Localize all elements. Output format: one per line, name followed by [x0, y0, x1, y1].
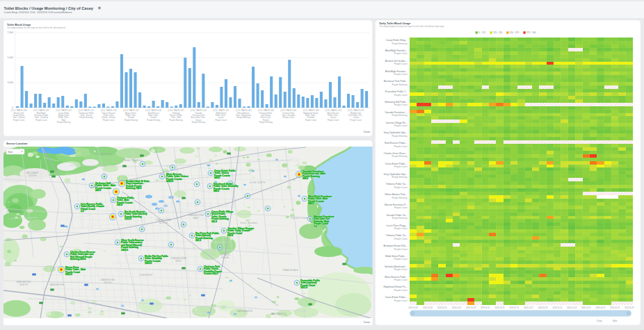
svg-text:Daily: Daily	[597, 320, 602, 322]
svg-text:People Count: People Count	[35, 119, 47, 122]
svg-text:None: None	[8, 151, 13, 154]
svg-text:RIDGE: RIDGE	[222, 256, 230, 259]
svg-text:245.0: 245.0	[95, 189, 101, 192]
svg-text:Fountain Public: Fountain Public	[259, 112, 273, 115]
svg-text:Accessible Toilet -: Accessible Toilet -	[191, 116, 207, 119]
svg-text:People Count: People Count	[350, 119, 362, 122]
svg-text:PEARCEDALE: PEARCEDALE	[283, 269, 298, 272]
svg-text:Foreshore Exit: Foreshore Exit	[193, 114, 205, 117]
svg-text:Mayura Farm -: Mayura Farm -	[125, 112, 138, 115]
svg-text:People Count: People Count	[394, 94, 408, 97]
svg-text:2024-10-09: 2024-10-09	[466, 306, 476, 309]
svg-text:3,000: 3,000	[8, 81, 14, 84]
svg-text:People Count: People Count	[394, 248, 408, 251]
svg-text:Buchanan Park Publi...: Buchanan Park Publi...	[384, 80, 408, 83]
svg-text:(COC-TBB-PC-017: (COC-TBB-PC-017	[78, 109, 95, 112]
svg-text:Casey Fields Villag...: Casey Fields Villag...	[386, 39, 408, 42]
svg-text:Toilet Blocks / Usage Monitori: Toilet Blocks / Usage Monitoring / City …	[4, 6, 94, 10]
svg-text:Casey Fields: Casey Fields	[58, 112, 70, 115]
svg-text:People Count: People Count	[216, 119, 227, 122]
svg-text:Guides Public: Guides Public	[13, 114, 25, 117]
svg-text:(COC-TBB-PC-003: (COC-TBB-PC-003	[11, 109, 28, 112]
svg-text:Custom Range: 2024/10/01 13:40: Custom Range: 2024/10/01 13:40 - 2024/10…	[4, 11, 73, 14]
svg-text:People Entering: People Entering	[392, 135, 407, 138]
svg-text:BEACONSFIELD: BEACONSFIELD	[124, 159, 143, 162]
svg-text:Public Toilet -: Public Toilet -	[58, 116, 70, 119]
svg-text:0: 0	[12, 106, 13, 109]
svg-text:(COC-TBB-PC-012: (COC-TBB-PC-012	[56, 109, 72, 112]
svg-text:Devon Meadows: Devon Meadows	[240, 222, 257, 224]
svg-text:Reserve Public: Reserve Public	[170, 114, 183, 117]
svg-text:908.0: 908.0	[303, 177, 308, 180]
svg-text:(COC-TBB-PC-068: (COC-TBB-PC-068	[303, 109, 319, 112]
svg-text:(COC-TBB-PC-074: (COC-TBB-PC-074	[325, 109, 342, 112]
svg-text:Blind Bight: Blind Bight	[37, 112, 46, 115]
svg-text:Tooradin Foreshore ...: Tooradin Foreshore ...	[385, 111, 407, 114]
svg-text:Cranbourne Public: Cranbourne Public	[79, 112, 95, 115]
svg-text:(COC-TBB-PC-078: (COC-TBB-PC-078	[348, 109, 364, 112]
svg-text:1312.0: 1312.0	[124, 217, 131, 220]
svg-text:Toilet - Disability: Toilet - Disability	[35, 116, 49, 119]
svg-text:People Entering: People Entering	[57, 121, 71, 124]
svg-text:LANGWARRIN: LANGWARRIN	[237, 310, 252, 313]
svg-text:Timbarra Public Toi...: Timbarra Public Toi...	[386, 234, 408, 237]
svg-text:- Unisex: - Unisex	[353, 116, 360, 119]
svg-text:Toilet - Disability: Toilet - Disability	[282, 114, 296, 117]
svg-text:People Entering: People Entering	[392, 155, 407, 158]
svg-text:321.0: 321.0	[211, 220, 217, 223]
svg-text:930.0: 930.0	[214, 176, 220, 179]
svg-text:0 - 125: 0 - 125	[478, 31, 485, 34]
svg-text:Disability: Disability	[307, 116, 315, 119]
svg-text:Blind Bight Foresho...: Blind Bight Foresho...	[385, 49, 408, 52]
svg-text:2024-10-29: 2024-10-29	[610, 306, 620, 309]
svg-text:2.0: 2.0	[81, 210, 84, 213]
svg-text:Greg Clydesdale Squ...: Greg Clydesdale Squ...	[383, 173, 407, 176]
svg-text:People Count: People Count	[282, 116, 294, 119]
svg-text:Harkaway Hall Publi...: Harkaway Hall Publi...	[385, 101, 407, 104]
svg-text:CLYDE NORTH: CLYDE NORTH	[249, 181, 265, 184]
svg-text:BOTANIC: BOTANIC	[220, 254, 231, 256]
svg-text:375 - 500: 375 - 500	[526, 31, 536, 34]
svg-text:1363.0: 1363.0	[145, 262, 152, 265]
svg-text:WEST: WEST	[175, 260, 182, 263]
svg-text:CRANBOURNE: CRANBOURNE	[170, 257, 186, 260]
svg-text:Toilet Block Usage: Toilet Block Usage	[7, 23, 31, 26]
svg-text:5,000: 5,000	[8, 56, 14, 59]
svg-text:2024-10-15: 2024-10-15	[509, 306, 519, 309]
svg-text:People Count: People Count	[394, 289, 408, 292]
svg-text:People Count: People Count	[394, 206, 408, 209]
svg-text:Park - Playground: Park - Playground	[236, 114, 251, 117]
svg-text:Orana Estate Public...: Orana Estate Public...	[385, 296, 407, 299]
svg-text:People Count: People Count	[394, 52, 408, 55]
svg-text:Webb Street: Webb Street	[216, 112, 226, 115]
svg-text:People Count: People Count	[394, 279, 408, 281]
svg-text:Pearcedale Public T...: Pearcedale Public T...	[385, 90, 408, 93]
svg-text:People Count: People Count	[394, 73, 408, 76]
svg-text:People Entering: People Entering	[392, 176, 407, 179]
svg-text:Sensor Location: Sensor Location	[6, 142, 28, 145]
svg-text:Toilet (Near: Toilet (Near	[261, 114, 271, 117]
svg-text:Public Toilet -: Public Toilet -	[216, 114, 227, 117]
svg-text:Grant's Reserve: Grant's Reserve	[102, 112, 116, 115]
svg-text:unisex: unisex	[218, 116, 224, 119]
svg-text:Blind Bight Foresho...: Blind Bight Foresho...	[385, 70, 408, 73]
svg-text:(COC-TBB-PC-007: (COC-TBB-PC-007	[33, 109, 50, 112]
svg-text:People Entering: People Entering	[147, 119, 161, 122]
svg-text:Toilet - Unisex: Toilet - Unisex	[80, 114, 92, 117]
svg-text:Village Green: Village Green	[58, 114, 70, 117]
svg-text:LYSTERFIELD: LYSTERFIELD	[6, 211, 22, 213]
svg-text:People Count: People Count	[103, 119, 115, 122]
svg-text:Charles Green Reser...: Charles Green Reser...	[384, 152, 408, 155]
svg-text:CRANBOURNE: CRANBOURNE	[188, 214, 204, 217]
svg-text:(COC-TBB-PC-047: (COC-TBB-PC-047	[213, 109, 230, 112]
svg-text:Livvi's Place Playg...: Livvi's Place Playg...	[387, 224, 408, 227]
svg-text:Edgebrook Estate: Edgebrook Estate	[303, 112, 319, 115]
svg-text:Male: Male	[62, 119, 66, 122]
svg-text:Female: Female	[263, 119, 269, 122]
svg-text:2024-10-07: 2024-10-07	[451, 306, 461, 309]
svg-text:People Count: People Count	[394, 145, 408, 148]
svg-text:Counts 342.0: Counts 342.0	[204, 272, 218, 275]
svg-text:(COC-TBB-PC-064: (COC-TBB-PC-064	[280, 109, 297, 112]
svg-text:341.0: 341.0	[195, 239, 201, 242]
svg-text:Selandra Boulevard ...: Selandra Boulevard ...	[385, 265, 408, 268]
